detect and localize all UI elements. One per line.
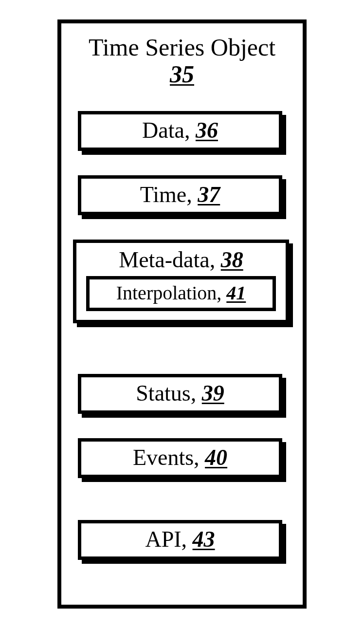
title-label: Time Series Object <box>89 34 275 61</box>
box-api-label: API <box>145 527 181 552</box>
box-meta-label: Meta-data <box>119 247 209 272</box>
box-data-label: Data <box>142 118 184 143</box>
box-data: Data, 36 <box>78 111 282 151</box>
title-block: Time Series Object 35 <box>61 34 303 88</box>
box-status: Status, 39 <box>78 374 282 414</box>
diagram-canvas: Time Series Object 35 Data, 36 Time, 37 … <box>0 0 364 630</box>
title-ref: 35 <box>170 60 194 88</box>
box-events-label: Events <box>133 445 194 470</box>
time-series-object-container: Time Series Object 35 Data, 36 Time, 37 … <box>57 19 307 609</box>
box-interpolation-label: Interpolation <box>116 282 217 304</box>
box-api: API, 43 <box>78 520 282 560</box>
box-events: Events, 40 <box>78 438 282 478</box>
box-time-ref: 37 <box>198 182 220 207</box>
box-events-ref: 40 <box>205 445 227 470</box>
box-interpolation-ref: 41 <box>226 282 246 304</box>
box-time: Time, 37 <box>78 175 282 215</box>
box-api-ref: 43 <box>193 527 215 552</box>
box-interpolation: Interpolation, 41 <box>86 276 276 311</box>
box-status-label: Status <box>136 381 190 406</box>
box-meta-data: Meta-data, 38 Interpolation, 41 <box>73 240 289 323</box>
box-data-ref: 36 <box>196 118 218 143</box>
box-meta-ref: 38 <box>221 247 243 272</box>
box-time-label: Time <box>140 182 186 207</box>
box-status-ref: 39 <box>202 381 224 406</box>
